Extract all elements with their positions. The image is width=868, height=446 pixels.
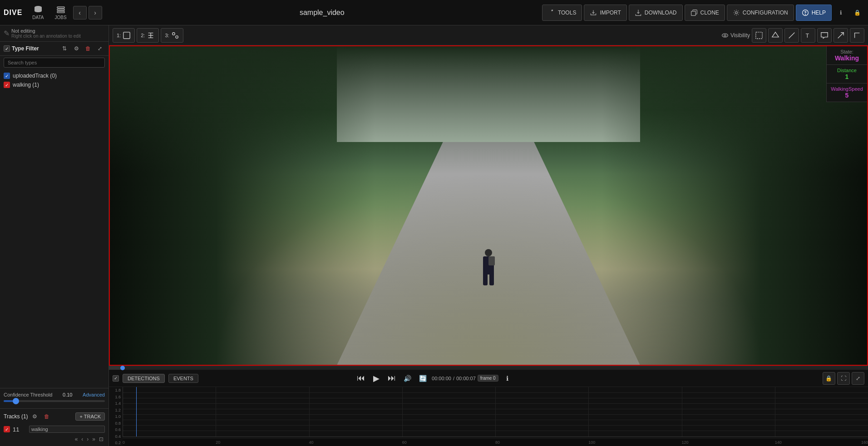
- type-filter-checkbox[interactable]: ✓: [4, 45, 10, 52]
- help-icon: [802, 9, 809, 16]
- tick-60: 60: [402, 440, 407, 445]
- scrubber-thumb: [120, 366, 125, 370]
- svg-rect-13: [756, 32, 762, 38]
- play-btn[interactable]: ▶: [370, 372, 383, 385]
- type-sort-btn[interactable]: ⇅: [59, 44, 69, 54]
- track-nav-prev[interactable]: ‹: [80, 435, 84, 443]
- mute-btn[interactable]: 🔊: [401, 372, 414, 385]
- visibility-icon: [721, 32, 729, 39]
- svg-point-11: [722, 34, 728, 37]
- arrow-btn[interactable]: [833, 28, 848, 43]
- jobs-icon: [56, 5, 65, 14]
- timeline-label-1_8: 1.8: [109, 388, 123, 392]
- tool-btn-2[interactable]: 2:: [137, 28, 159, 43]
- svg-rect-1: [57, 7, 64, 8]
- polygon-btn[interactable]: [768, 28, 783, 43]
- comment-btn[interactable]: [817, 28, 832, 43]
- corner-btn[interactable]: [850, 28, 864, 43]
- main-area: ✎ Not editing Right click on an annotati…: [0, 25, 868, 446]
- sidebar: ✎ Not editing Right click on an annotati…: [0, 25, 109, 446]
- skip-start-btn[interactable]: ⏮: [355, 372, 367, 385]
- total-time: 00:00:07: [456, 376, 476, 381]
- type-expand-btn[interactable]: ⤢: [95, 44, 105, 54]
- detections-checkbox[interactable]: ✓: [113, 375, 119, 382]
- vline-20: [216, 387, 216, 436]
- fullscreen-btn[interactable]: ⛶: [837, 372, 850, 385]
- type-label-uploaded: uploadedTrack (0): [13, 73, 57, 79]
- track-nav-last[interactable]: »: [91, 435, 97, 443]
- tool-3-label: 3:: [165, 33, 169, 38]
- jobs-nav-label: JOBS: [55, 15, 67, 20]
- track-nav-expand[interactable]: ⊡: [98, 435, 105, 443]
- tracks-settings-btn[interactable]: ⚙: [30, 412, 40, 421]
- track-type-input[interactable]: [29, 426, 105, 433]
- confidence-label: Confidence Threshold: [4, 392, 52, 397]
- tool-btn-1[interactable]: 1:: [113, 28, 135, 43]
- lock-playback-btn[interactable]: 🔒: [823, 372, 835, 385]
- lock-nav-btn[interactable]: 🔒: [850, 5, 864, 20]
- import-icon: [590, 9, 597, 16]
- vline-140: [775, 387, 775, 436]
- confidence-slider[interactable]: [4, 400, 105, 402]
- clone-btn[interactable]: CLONE: [685, 5, 725, 21]
- data-icon: [34, 5, 43, 14]
- info-playback-btn[interactable]: ℹ: [501, 372, 514, 385]
- prev-btn[interactable]: ‹: [73, 6, 87, 20]
- type-checkbox-uploaded[interactable]: ✓: [4, 73, 10, 79]
- type-settings-btn[interactable]: ⚙: [71, 44, 81, 54]
- type-checkbox-walking[interactable]: ✓: [4, 82, 10, 88]
- tracks-label: Tracks (1): [4, 413, 28, 420]
- track-id-11: 11: [13, 426, 26, 433]
- svg-rect-3: [57, 11, 64, 13]
- jobs-nav-btn[interactable]: JOBS: [50, 3, 71, 22]
- track-nav: « ‹ › » ⊡: [4, 435, 105, 443]
- svg-point-12: [724, 34, 726, 36]
- download-btn[interactable]: DOWNLOAD: [629, 5, 683, 21]
- line-icon: [788, 31, 796, 39]
- track-nav-next[interactable]: ›: [85, 435, 90, 443]
- timeline-label-1_4: 1.4: [109, 401, 123, 406]
- svg-point-5: [735, 11, 737, 14]
- tracks-delete-btn[interactable]: 🗑: [42, 412, 52, 421]
- search-types-input[interactable]: [4, 58, 105, 68]
- timeline-y-labels: 1.8 1.6 1.4 1.2 1.0 0.8 0.6 0.4 0.2: [109, 387, 123, 446]
- visibility-btn[interactable]: Visibility: [721, 32, 750, 39]
- events-tab[interactable]: EVENTS: [168, 374, 198, 383]
- expand-btn[interactable]: ⤢: [852, 372, 864, 385]
- type-item-walking[interactable]: ✓ walking (1): [0, 80, 108, 89]
- timeline-scrubber[interactable]: [109, 366, 868, 370]
- info-btn[interactable]: ℹ: [833, 5, 848, 20]
- timeline-content[interactable]: [123, 387, 868, 437]
- edit-status: ✎ Not editing Right click on an annotati…: [0, 25, 108, 42]
- timeline-label-1_2: 1.2: [109, 408, 123, 412]
- type-item-uploaded[interactable]: ✓ uploadedTrack (0): [0, 71, 108, 80]
- help-btn[interactable]: HELP: [796, 5, 832, 21]
- center-area: 1: 2: 3:: [109, 25, 868, 446]
- loop-btn[interactable]: 🔄: [416, 372, 429, 385]
- import-label: IMPORT: [600, 10, 621, 16]
- tools-btn[interactable]: TOOLS: [542, 5, 582, 21]
- text-btn[interactable]: T: [801, 28, 815, 43]
- type-delete-btn[interactable]: 🗑: [83, 44, 93, 54]
- configuration-btn[interactable]: CONFIGURATION: [727, 5, 794, 21]
- svg-point-9: [172, 32, 174, 34]
- confidence-row: Confidence Threshold 0.10 Advanced: [4, 392, 105, 397]
- next-btn[interactable]: ›: [89, 6, 102, 20]
- confidence-advanced-btn[interactable]: Advanced: [83, 392, 105, 397]
- track-item-11: ✓ 11: [4, 424, 105, 434]
- line-btn[interactable]: [784, 28, 799, 43]
- tools-label: TOOLS: [558, 10, 576, 16]
- data-nav-btn[interactable]: DATA: [28, 3, 48, 22]
- detections-tab[interactable]: DETECTIONS: [123, 374, 165, 383]
- track-nav-first[interactable]: «: [74, 435, 79, 443]
- track-checkbox-11[interactable]: ✓: [4, 426, 10, 432]
- person-legs: [481, 274, 496, 285]
- tool-btn-3[interactable]: 3:: [161, 28, 183, 43]
- timeline-label-0_4: 0.4: [109, 434, 123, 439]
- timeline-area: 1.8 1.6 1.4 1.2 1.0 0.8 0.6 0.4 0.2: [109, 387, 868, 446]
- scene-overlay: [110, 46, 867, 365]
- import-btn[interactable]: IMPORT: [584, 5, 626, 21]
- add-track-btn[interactable]: + TRACK: [75, 412, 105, 421]
- rect-select-btn[interactable]: [752, 28, 766, 43]
- skip-end-btn[interactable]: ⏭: [385, 372, 398, 385]
